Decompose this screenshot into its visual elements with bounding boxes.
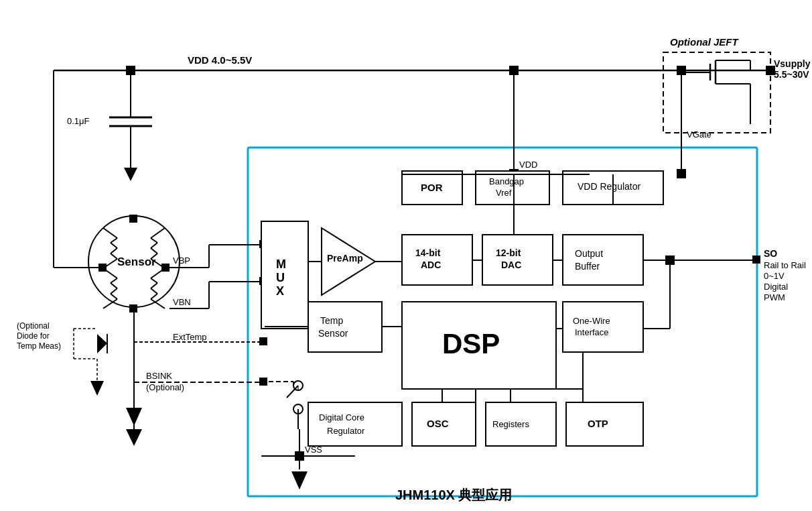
cap-label: 0.1μF (67, 116, 90, 126)
optional-jeft-label: Optional JEFT (670, 36, 740, 48)
dac-label1: 12-bit (496, 247, 521, 258)
vdd-chip-label: VDD (519, 160, 537, 170)
output-buffer-right-node (665, 255, 675, 265)
registers-label: Registers (492, 419, 529, 429)
vgate-chip-node (677, 169, 686, 178)
temp-sensor-label1: Temp (320, 315, 343, 326)
subtitle: JHM110X 典型应用 (395, 488, 513, 502)
vdd-label: VDD 4.0~5.5V (188, 54, 252, 66)
vbn-label: VBN (173, 297, 191, 307)
osc-label: OSC (427, 418, 449, 429)
output-buffer-block (563, 235, 643, 285)
dsp-label: DSP (442, 328, 500, 359)
v-range-label: 0~1V (764, 271, 785, 281)
digital-label: Digital (764, 282, 788, 292)
digital-core-label1: Digital Core (319, 412, 364, 422)
por-label: POR (421, 182, 443, 193)
mux-block (261, 221, 308, 329)
digital-core-block (308, 402, 402, 446)
temp-sensor-block (308, 302, 382, 352)
mux-m: M (276, 258, 286, 271)
sensor-node-top (129, 215, 137, 223)
power-node-1 (126, 66, 135, 75)
mux-x: X (276, 284, 284, 298)
vsupply-label: Vsupply (774, 58, 811, 69)
optional-diode-3: Temp Meas) (17, 341, 61, 351)
vgate-label: VGate (687, 129, 712, 139)
vss-label: VSS (305, 445, 322, 455)
vdd-reg-label: VDD Regulator (578, 181, 640, 192)
preamp-label: PreAmp (327, 253, 363, 264)
rail-to-rail-label: Rail to Rail (764, 260, 806, 270)
temp-sensor-label2: Sensor (318, 328, 348, 339)
optional-diode-2: Diode for (17, 331, 50, 341)
optional-diode-1: (Optional (17, 321, 50, 331)
one-wire-label1: One-Wire (573, 316, 610, 326)
one-wire-label2: Interface (575, 327, 609, 337)
digital-core-label2: Regulator (327, 426, 365, 436)
bsink-label: BSINK (146, 371, 172, 381)
output-buffer-label2: Buffer (575, 261, 600, 272)
vbp-label: VBP (173, 255, 190, 266)
power-node-2 (509, 66, 519, 75)
bsink-optional: (Optional) (146, 382, 184, 392)
output-buffer-label1: Output (575, 248, 603, 259)
so-label: SO (764, 248, 777, 259)
adc-label1: 14-bit (415, 247, 441, 258)
mux-u: U (276, 271, 285, 284)
pwm-label: PWM (764, 292, 785, 302)
exttemp-label: ExtTemp (173, 332, 207, 342)
so-output-node (752, 255, 760, 264)
exttemp-node (259, 337, 267, 345)
sensor-label: Sensor (117, 255, 156, 268)
vsupply-range: 5.5~30V (774, 69, 809, 80)
sensor-node-right (161, 264, 170, 272)
dac-label2: DAC (501, 260, 521, 270)
otp-label: OTP (588, 418, 608, 429)
vref-label: Vref (496, 188, 512, 198)
adc-label2: ADC (421, 260, 441, 270)
bandgap-label: Bandgap (489, 176, 524, 186)
